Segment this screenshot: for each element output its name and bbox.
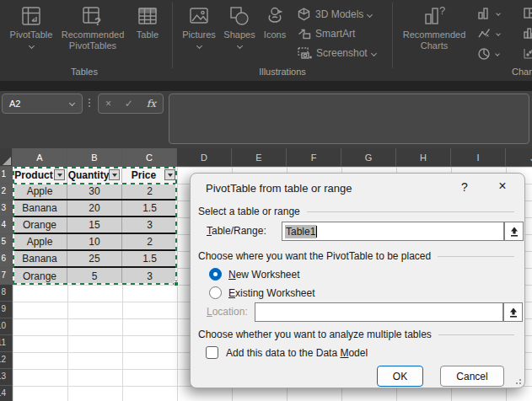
shapes-button[interactable]: Shapes bbox=[221, 3, 258, 68]
table-cell[interactable]: 3 bbox=[122, 217, 177, 233]
column-header-D[interactable]: D bbox=[177, 148, 232, 167]
recommended-pivottables-button[interactable]: ? Recommended PivotTables bbox=[59, 3, 126, 68]
column-header-F[interactable]: F bbox=[287, 148, 341, 167]
column-header-E[interactable]: E bbox=[232, 148, 287, 167]
help-button[interactable]: ? bbox=[457, 180, 472, 195]
line-chart-button[interactable] bbox=[477, 27, 500, 40]
row-header-9[interactable]: 9 bbox=[0, 302, 13, 318]
chevron-down-icon bbox=[367, 11, 373, 17]
table-cell[interactable]: 10 bbox=[67, 234, 122, 249]
table-cell[interactable]: 25 bbox=[67, 251, 122, 266]
treemap-chart-button[interactable] bbox=[523, 7, 532, 19]
formula-input[interactable] bbox=[169, 94, 529, 144]
filter-button[interactable] bbox=[54, 169, 65, 180]
table-cell[interactable]: 1.5 bbox=[122, 251, 177, 266]
row-header-4[interactable]: 4 bbox=[0, 217, 13, 234]
column-header-I[interactable]: I bbox=[451, 148, 506, 167]
column-header-J[interactable]: J bbox=[506, 148, 532, 167]
confirm-entry-icon[interactable]: ✓ bbox=[125, 98, 133, 110]
filter-button[interactable] bbox=[109, 169, 120, 180]
table-cell[interactable]: Apple bbox=[13, 234, 67, 249]
row-header-7[interactable]: 7 bbox=[0, 268, 13, 285]
screenshot-icon bbox=[297, 46, 312, 61]
table-cell[interactable]: 30 bbox=[67, 184, 122, 199]
table-row: Orange53 bbox=[13, 268, 177, 285]
text-caret bbox=[316, 226, 317, 238]
existing-worksheet-radio[interactable] bbox=[209, 286, 222, 299]
table-header-cell[interactable]: Quantity bbox=[67, 167, 122, 184]
column-header-H[interactable]: H bbox=[396, 148, 451, 167]
group-divider bbox=[392, 3, 393, 68]
close-icon[interactable]: × bbox=[494, 179, 511, 195]
chevron-down-icon bbox=[236, 43, 242, 49]
screenshot-button[interactable]: Screenshot bbox=[297, 44, 376, 62]
row-header-1[interactable]: 1 bbox=[0, 167, 13, 184]
row-header-8[interactable]: 8 bbox=[0, 285, 13, 302]
pictures-button[interactable]: Pictures bbox=[179, 3, 219, 68]
resize-grip[interactable] bbox=[513, 376, 521, 384]
table-button[interactable]: Table bbox=[128, 3, 167, 68]
histogram-chart-button[interactable] bbox=[523, 27, 532, 40]
filter-button[interactable] bbox=[164, 169, 175, 180]
icons-button[interactable]: Icons bbox=[258, 3, 292, 68]
recommended-charts-button[interactable]: ? Recommended Charts bbox=[396, 3, 472, 68]
table-cell[interactable]: Banana bbox=[13, 200, 67, 216]
table-cell[interactable]: 2 bbox=[122, 184, 177, 199]
column-chart-button[interactable] bbox=[477, 7, 500, 19]
table-row: Banana251.5 bbox=[13, 251, 177, 268]
table-header-cell[interactable]: Product bbox=[13, 167, 67, 184]
ok-button[interactable]: OK bbox=[377, 366, 423, 387]
location-input[interactable] bbox=[255, 302, 503, 322]
svg-text:?: ? bbox=[439, 4, 445, 17]
pivottable-button[interactable]: PivotTable bbox=[5, 3, 57, 68]
row-header-12[interactable]: 12 bbox=[0, 352, 13, 369]
table-cell[interactable]: Apple bbox=[13, 184, 67, 199]
table-cell[interactable]: 15 bbox=[67, 217, 122, 233]
table-cell[interactable]: 3 bbox=[122, 268, 177, 285]
table-cell[interactable]: 2 bbox=[122, 234, 177, 249]
column-header-G[interactable]: G bbox=[341, 148, 396, 167]
collapse-dialog-icon bbox=[509, 227, 519, 237]
table-header-cell[interactable]: Price bbox=[122, 167, 177, 184]
formula-bar-drag-dots[interactable] bbox=[89, 99, 90, 107]
pictures-label: Pictures bbox=[182, 29, 216, 40]
data-model-checkbox[interactable] bbox=[206, 346, 218, 359]
table-cell[interactable]: 20 bbox=[67, 200, 122, 216]
recommended-charts-icon: ? bbox=[422, 3, 446, 29]
3d-models-button[interactable]: 3D Models bbox=[297, 5, 372, 24]
table-range-input[interactable]: Table1 bbox=[282, 222, 504, 241]
name-box[interactable]: A2 bbox=[2, 94, 83, 114]
table-cell[interactable]: 1.5 bbox=[122, 200, 177, 216]
row-header-11[interactable]: 11 bbox=[0, 335, 13, 352]
select-all-corner[interactable] bbox=[0, 148, 13, 167]
treemap-chart-icon bbox=[523, 7, 532, 19]
recommended-charts-label: Recommended Charts bbox=[396, 29, 472, 51]
chevron-down-icon bbox=[371, 50, 377, 56]
row-header-14[interactable]: 14 bbox=[0, 386, 13, 401]
range-picker-button[interactable] bbox=[504, 222, 524, 241]
column-header-C[interactable]: C bbox=[122, 148, 177, 167]
table-cell[interactable]: 5 bbox=[67, 268, 122, 285]
column-header-B[interactable]: B bbox=[67, 148, 122, 167]
new-worksheet-radio[interactable] bbox=[209, 268, 222, 281]
insert-function-icon[interactable]: fx bbox=[147, 98, 156, 110]
collapse-dialog-icon bbox=[508, 307, 519, 318]
row-header-3[interactable]: 3 bbox=[0, 200, 13, 217]
row-header-2[interactable]: 2 bbox=[0, 184, 13, 200]
location-range-picker-button[interactable] bbox=[503, 302, 523, 322]
excel-table[interactable]: ProductQuantityPrice Apple302Banana201.5… bbox=[13, 167, 177, 285]
table-cell[interactable]: Orange bbox=[13, 268, 67, 285]
row-header-13[interactable]: 13 bbox=[0, 369, 13, 386]
table-cell[interactable]: Orange bbox=[13, 217, 67, 233]
column-header-A[interactable]: A bbox=[13, 148, 67, 167]
scatter-chart-button[interactable] bbox=[523, 47, 532, 60]
pie-chart-button[interactable] bbox=[477, 47, 499, 61]
cancel-entry-icon[interactable]: × bbox=[105, 98, 111, 110]
row-header-10[interactable]: 10 bbox=[0, 318, 13, 335]
row-header-6[interactable]: 6 bbox=[0, 251, 13, 268]
row-header-5[interactable]: 5 bbox=[0, 234, 13, 251]
section-select-range: Select a table or range bbox=[198, 206, 514, 217]
cancel-button[interactable]: Cancel bbox=[440, 366, 504, 387]
table-cell[interactable]: Banana bbox=[13, 251, 67, 266]
smartart-button[interactable]: SmartArt bbox=[297, 24, 355, 43]
